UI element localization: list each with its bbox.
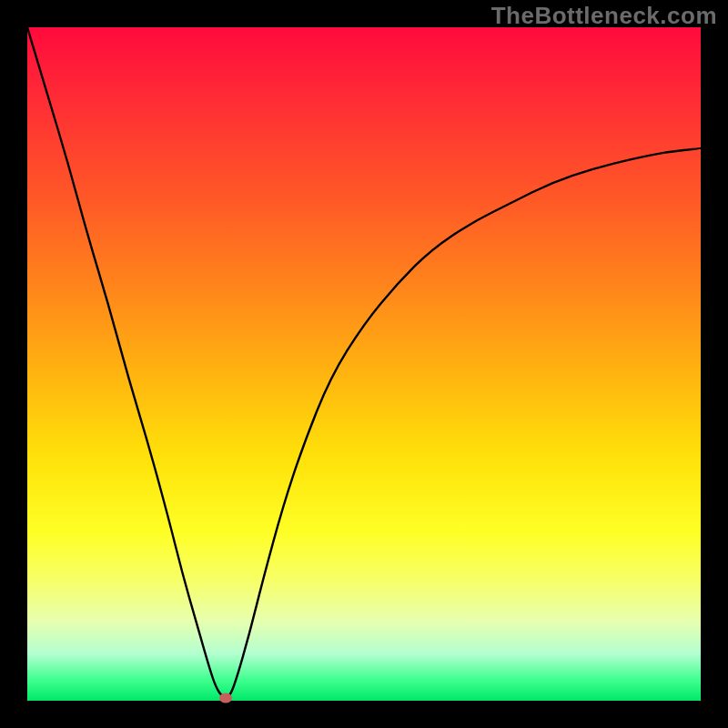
plot-area [27,27,701,701]
chart-frame: TheBottleneck.com [0,0,728,728]
watermark-text: TheBottleneck.com [491,2,717,30]
minimum-marker [219,693,232,703]
curve-svg [27,27,701,701]
bottleneck-curve [27,27,701,697]
